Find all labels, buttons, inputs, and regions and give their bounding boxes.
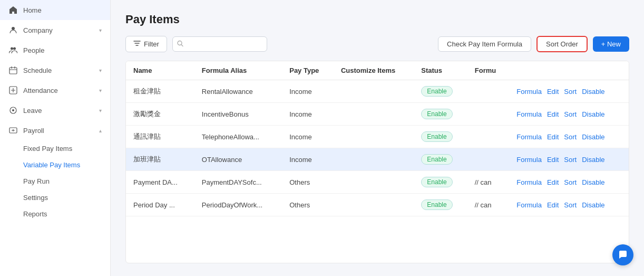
sidebar-item-leave[interactable]: Leave ▾ [0,100,110,120]
sidebar-label-attendance: Attendance [23,87,94,94]
sidebar-item-variable-pay-items[interactable]: Variable Pay Items [0,157,110,173]
cell-actions: FormulaEditSortDisable [509,126,629,148]
action-disable-link[interactable]: Disable [582,201,604,209]
cell-customize-items [334,80,414,103]
action-formula-link[interactable]: Formula [516,133,542,141]
action-sort-link[interactable]: Sort [564,156,577,164]
col-pay-type: Pay Type [282,61,334,80]
table-header: Name Formula Alias Pay Type Customize It… [126,61,629,80]
cell-customize-items [334,126,414,148]
new-button[interactable]: + New [593,36,629,52]
filter-button[interactable]: Filter [125,36,167,52]
cell-formula-alias: IncentiveBonus [194,103,282,126]
svg-rect-3 [9,68,17,74]
sidebar-label-people: People [23,46,102,54]
cell-customize-items [334,103,414,126]
action-edit-link[interactable]: Edit [547,156,559,164]
cell-actions: FormulaEditSortDisable [509,80,629,103]
action-sort-link[interactable]: Sort [564,88,577,96]
sidebar-item-reports[interactable]: Reports [0,206,110,222]
sidebar-label-leave: Leave [23,107,94,115]
main-content: Pay Items Filter Check Pay Item Formula … [111,0,644,276]
sidebar-item-fixed-pay-items[interactable]: Fixed Pay Items [0,140,110,157]
cell-formula-col: // can [467,194,509,216]
action-edit-link[interactable]: Edit [547,110,559,118]
cell-formula-alias: RentalAllowance [194,80,282,103]
payroll-arrow-icon: ▴ [99,128,102,134]
action-formula-link[interactable]: Formula [516,88,542,96]
sort-order-button[interactable]: Sort Order [536,36,588,52]
table-row: Payment DA... PaymentDAYSofc... Others E… [126,171,629,194]
col-status: Status [414,61,467,80]
sidebar-item-company[interactable]: Company ▾ [0,20,110,40]
action-edit-link[interactable]: Edit [547,201,559,209]
table-body: 租金津貼 RentalAllowance Income Enable Formu… [126,80,629,216]
cell-formula-alias: PeriodDayOfWork... [194,194,282,216]
table-row: 租金津貼 RentalAllowance Income Enable Formu… [126,80,629,103]
action-disable-link[interactable]: Disable [582,178,604,186]
svg-point-6 [12,109,14,111]
action-formula-link[interactable]: Formula [516,178,542,186]
chat-bubble-button[interactable] [612,244,633,265]
sidebar-item-people[interactable]: People [0,40,110,60]
cell-name: 激勵獎金 [126,103,194,126]
cell-formula-col [467,80,509,103]
action-edit-link[interactable]: Edit [547,133,559,141]
leave-arrow-icon: ▾ [99,108,102,113]
action-disable-link[interactable]: Disable [582,88,604,96]
cell-status: Enable [414,194,467,216]
cell-actions: FormulaEditSortDisable [509,103,629,126]
cell-formula-alias: TelephoneAllowa... [194,126,282,148]
home-icon [8,5,18,15]
cell-pay-type: Others [282,171,334,194]
check-formula-button[interactable]: Check Pay Item Formula [438,36,531,52]
cell-pay-type: Income [282,80,334,103]
action-formula-link[interactable]: Formula [516,201,542,209]
action-disable-link[interactable]: Disable [582,133,604,141]
sidebar: Home Company ▾ People Schedule ▾ Attenda… [0,0,111,276]
toolbar: Filter Check Pay Item Formula Sort Order… [125,36,629,52]
action-edit-link[interactable]: Edit [547,178,559,186]
cell-actions: FormulaEditSortDisable [509,148,629,171]
sidebar-item-attendance[interactable]: Attendance ▾ [0,80,110,100]
cell-name: 通訊津貼 [126,126,194,148]
company-icon [8,25,18,35]
action-formula-link[interactable]: Formula [516,110,542,118]
cell-customize-items [334,171,414,194]
search-icon [177,40,183,48]
search-input[interactable] [172,36,267,52]
action-sort-link[interactable]: Sort [564,133,577,141]
cell-status: Enable [414,126,467,148]
action-sort-link[interactable]: Sort [564,178,577,186]
sidebar-item-schedule[interactable]: Schedule ▾ [0,60,110,80]
action-disable-link[interactable]: Disable [582,156,604,164]
pay-items-table-wrapper: Name Formula Alias Pay Type Customize It… [125,61,629,263]
sidebar-item-payroll[interactable]: Payroll ▴ [0,120,110,140]
svg-point-1 [11,47,13,50]
cell-status: Enable [414,148,467,171]
table-row: 激勵獎金 IncentiveBonus Income Enable Formul… [126,103,629,126]
action-sort-link[interactable]: Sort [564,110,577,118]
status-badge: Enable [421,177,452,187]
action-formula-link[interactable]: Formula [516,156,542,164]
col-actions [509,61,629,80]
attendance-arrow-icon: ▾ [99,88,102,93]
table-row: 加班津貼 OTAllowance Income Enable FormulaEd… [126,148,629,171]
sidebar-item-settings[interactable]: Settings [0,189,110,206]
sidebar-label-home: Home [23,6,102,14]
cell-name: 加班津貼 [126,148,194,171]
cell-actions: FormulaEditSortDisable [509,194,629,216]
action-sort-link[interactable]: Sort [564,201,577,209]
sidebar-item-home[interactable]: Home [0,0,110,20]
cell-pay-type: Others [282,194,334,216]
action-edit-link[interactable]: Edit [547,88,559,96]
action-disable-link[interactable]: Disable [582,110,604,118]
cell-formula-alias: PaymentDAYSofc... [194,171,282,194]
col-formula-alias: Formula Alias [194,61,282,80]
cell-name: Period Day ... [126,194,194,216]
svg-point-8 [178,41,182,45]
col-formula: Formu [467,61,509,80]
sidebar-item-pay-run[interactable]: Pay Run [0,173,110,189]
status-badge: Enable [421,199,452,210]
sidebar-label-schedule: Schedule [23,66,94,74]
